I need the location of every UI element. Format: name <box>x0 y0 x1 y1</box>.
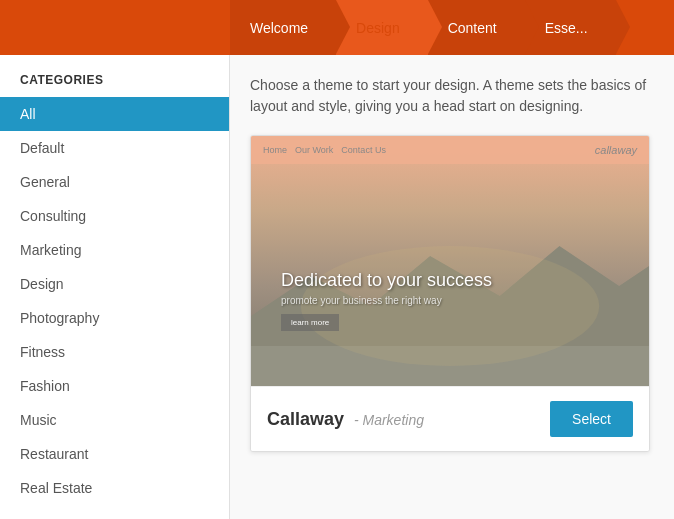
select-button[interactable]: Select <box>550 401 633 437</box>
main-layout: CATEGORIES All Default General Consultin… <box>0 55 674 519</box>
preview-link-work: Our Work <box>295 145 333 155</box>
sidebar-item-fashion[interactable]: Fashion <box>0 369 229 403</box>
preview-header: Home Our Work Contact Us callaway <box>251 136 649 164</box>
theme-card: Home Our Work Contact Us callaway Dedica… <box>250 135 650 452</box>
preview-hero: Dedicated to your success promote your b… <box>251 270 649 331</box>
sidebar-item-default[interactable]: Default <box>0 131 229 165</box>
content-area: Choose a theme to start your design. A t… <box>230 55 674 519</box>
sidebar-item-consulting[interactable]: Consulting <box>0 199 229 233</box>
nav-step-welcome[interactable]: Welcome <box>230 0 336 55</box>
sidebar-item-restaurant[interactable]: Restaurant <box>0 437 229 471</box>
preview-brand: callaway <box>595 144 637 156</box>
preview-header-links: Home Our Work Contact Us <box>263 145 386 155</box>
sidebar-title: CATEGORIES <box>0 65 229 97</box>
nav-step-content[interactable]: Content <box>428 0 525 55</box>
preview-link-contact: Contact Us <box>341 145 386 155</box>
preview-headline: Dedicated to your success <box>281 270 492 291</box>
nav-step-design-label: Design <box>356 20 400 36</box>
theme-name: Callaway <box>267 409 344 429</box>
sidebar-item-all[interactable]: All <box>0 97 229 131</box>
sidebar: CATEGORIES All Default General Consultin… <box>0 55 230 519</box>
sidebar-item-design[interactable]: Design <box>0 267 229 301</box>
theme-preview: Home Our Work Contact Us callaway Dedica… <box>251 136 649 386</box>
theme-footer: Callaway - Marketing Select <box>251 386 649 451</box>
theme-name-group: Callaway - Marketing <box>267 409 424 430</box>
sidebar-item-marketing[interactable]: Marketing <box>0 233 229 267</box>
top-nav: Welcome Design Content Esse... <box>0 0 674 55</box>
nav-step-welcome-label: Welcome <box>250 20 308 36</box>
sidebar-item-general[interactable]: General <box>0 165 229 199</box>
nav-left-space <box>0 0 230 55</box>
preview-learn-more-button[interactable]: learn more <box>281 314 339 331</box>
preview-subtext: promote your business the right way <box>281 295 442 306</box>
nav-step-content-label: Content <box>448 20 497 36</box>
theme-category: - Marketing <box>354 412 424 428</box>
intro-text: Choose a theme to start your design. A t… <box>250 75 654 117</box>
sidebar-item-fitness[interactable]: Fitness <box>0 335 229 369</box>
preview-link-home: Home <box>263 145 287 155</box>
nav-step-essentials-label: Esse... <box>545 20 588 36</box>
sidebar-item-real-estate[interactable]: Real Estate <box>0 471 229 505</box>
sidebar-item-photography[interactable]: Photography <box>0 301 229 335</box>
nav-steps: Welcome Design Content Esse... <box>230 0 674 55</box>
sidebar-item-music[interactable]: Music <box>0 403 229 437</box>
